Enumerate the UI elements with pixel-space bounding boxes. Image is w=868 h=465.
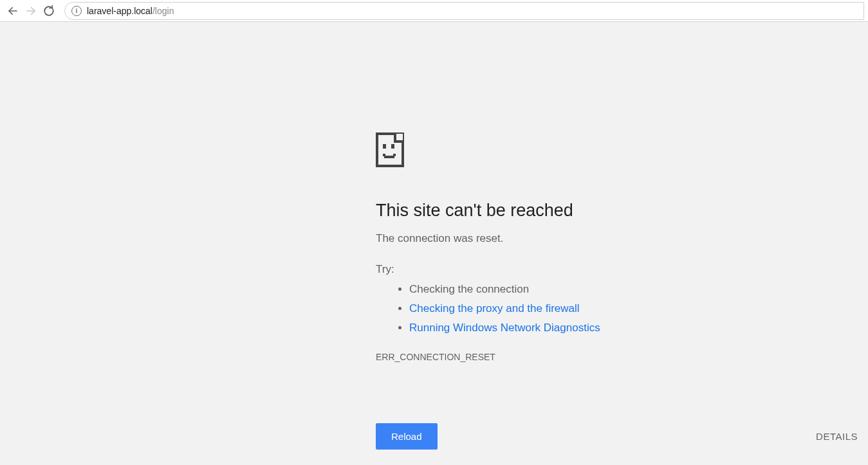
reload-nav-button[interactable]: [40, 2, 58, 20]
error-page: This site can't be reached The connectio…: [0, 22, 868, 362]
address-bar[interactable]: i laravel-app.local/login: [64, 2, 864, 20]
svg-rect-8: [393, 154, 396, 156]
browser-toolbar: i laravel-app.local/login: [0, 0, 868, 22]
error-actions: Reload DETAILS: [376, 423, 858, 450]
svg-rect-7: [383, 154, 385, 156]
svg-rect-2: [377, 134, 403, 166]
suggestion-list: Checking the connection Checking the pro…: [376, 280, 868, 338]
try-label: Try:: [376, 263, 868, 276]
reload-button[interactable]: Reload: [376, 423, 438, 450]
suggestion-check-connection: Checking the connection: [409, 280, 868, 299]
error-title: This site can't be reached: [376, 201, 868, 221]
error-message: The connection was reset.: [376, 232, 868, 245]
forward-button: [22, 2, 40, 20]
suggestion-run-diagnostics[interactable]: Running Windows Network Diagnostics: [409, 318, 868, 338]
suggestion-check-proxy-firewall[interactable]: Checking the proxy and the firewall: [409, 299, 868, 318]
back-button[interactable]: [4, 2, 22, 20]
arrow-left-icon: [7, 5, 19, 17]
site-info-icon[interactable]: i: [71, 6, 82, 16]
details-button[interactable]: DETAILS: [816, 431, 858, 442]
svg-rect-5: [391, 144, 394, 149]
url-path: /login: [152, 6, 174, 16]
error-code: ERR_CONNECTION_RESET: [376, 352, 868, 362]
sad-page-icon: [376, 132, 868, 170]
svg-rect-4: [383, 144, 386, 149]
reload-icon: [43, 5, 55, 17]
svg-rect-6: [384, 156, 394, 158]
url-host: laravel-app.local: [87, 6, 152, 16]
arrow-right-icon: [25, 5, 37, 17]
